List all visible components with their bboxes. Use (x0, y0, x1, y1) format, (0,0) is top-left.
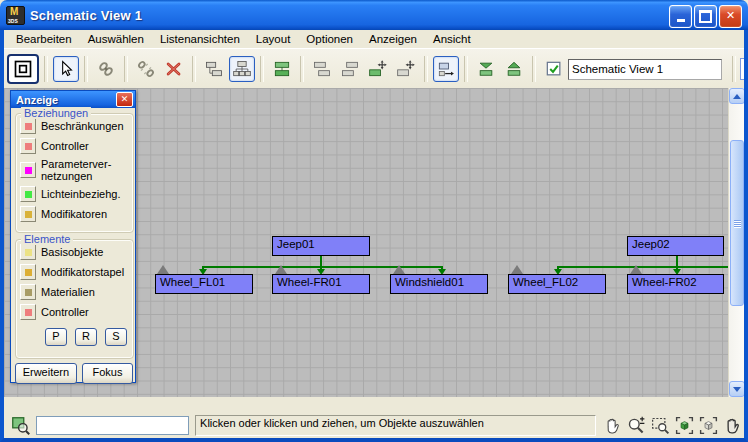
separator (732, 56, 736, 82)
zoom-region-button[interactable] (649, 415, 672, 437)
node-wheel-fr02[interactable]: Wheel-FR02 (627, 274, 724, 294)
select-mode-button[interactable] (53, 56, 79, 82)
delete-button[interactable] (161, 56, 187, 82)
node-wheel-fl02[interactable]: Wheel_FL02 (508, 274, 606, 294)
menu-auswaehlen[interactable]: Auswählen (80, 31, 152, 47)
separator (464, 56, 468, 82)
schematic-view-window: M 3DS Schematic View 1 ✕ Bearbeiten Ausw… (0, 0, 748, 442)
filter-row: Basisobjekte (20, 244, 133, 260)
maximize-button[interactable] (694, 5, 717, 28)
pan-hand-icon (602, 415, 623, 436)
unlink-button[interactable] (133, 56, 159, 82)
scroll-up-button[interactable] (729, 88, 744, 104)
node-jeep02[interactable]: Jeep02 (627, 236, 724, 256)
position-button[interactable]: P (45, 328, 67, 346)
pan-mode-button[interactable] (721, 415, 744, 437)
node-jeep01[interactable]: Jeep01 (272, 236, 370, 256)
free-selected-button[interactable] (365, 56, 391, 82)
color-swatch-button[interactable] (20, 162, 36, 178)
thumb-grip (734, 224, 741, 225)
filter-row: Materialien (20, 284, 133, 300)
menu-optionen[interactable]: Optionen (298, 31, 361, 47)
expand-triangle[interactable] (393, 265, 405, 274)
vertical-scroll-thumb[interactable] (730, 140, 744, 306)
arrange-children-button[interactable] (309, 56, 335, 82)
collapse-down-icon (476, 59, 496, 79)
menu-ansicht[interactable]: Ansicht (425, 31, 479, 47)
close-button[interactable]: ✕ (719, 5, 742, 28)
arrow-up-icon (733, 94, 741, 99)
view-name-input[interactable] (568, 59, 722, 80)
free-selected-icon (368, 59, 388, 79)
separator (44, 56, 48, 82)
menu-layout[interactable]: Layout (248, 31, 299, 47)
color-swatch-button[interactable] (20, 186, 36, 202)
filter-row: Modifikatorstapel (20, 264, 133, 280)
status-prompt: Klicken oder klicken und ziehen, um Obje… (195, 415, 596, 436)
link-icon (96, 59, 116, 79)
menu-listenansichten[interactable]: Listenansichten (152, 31, 248, 47)
node-windshield01[interactable]: Windshield01 (390, 274, 488, 294)
panel-title-bar[interactable]: Anzeige ✕ (11, 91, 135, 108)
zoom-button[interactable] (625, 415, 648, 437)
separator (192, 56, 196, 82)
connect-button[interactable] (93, 56, 119, 82)
arrange-selected-button[interactable] (337, 56, 363, 82)
bookmark-dropdown-value (741, 59, 744, 79)
expand-selected-button[interactable] (501, 56, 527, 82)
red-x-icon (164, 59, 184, 79)
minimize-button[interactable] (669, 5, 692, 28)
green-stack-icon (272, 59, 292, 79)
filter-row: Beschränkungen (20, 118, 133, 134)
node-wheel-fl01[interactable]: Wheel_FL01 (155, 274, 253, 294)
expand-triangle[interactable] (511, 265, 523, 274)
color-swatch-button[interactable] (20, 138, 36, 154)
expand-triangle[interactable] (630, 265, 642, 274)
filter-row: Controller (20, 138, 133, 154)
node-wheel-fr01[interactable]: Wheel-FR01 (272, 274, 370, 294)
expand-button[interactable]: Erweitern (15, 363, 77, 384)
references-mode-button[interactable] (229, 56, 255, 82)
collapse-selected-button[interactable] (473, 56, 499, 82)
thumb-grip (734, 226, 741, 227)
expand-triangle[interactable] (157, 265, 169, 274)
color-swatch-button[interactable] (20, 118, 36, 134)
connector-line (557, 266, 728, 268)
pan-button[interactable] (601, 415, 624, 437)
expand-triangle[interactable] (275, 265, 287, 274)
zoom-extents-selected-button[interactable] (697, 415, 720, 437)
panel-title: Anzeige (16, 94, 116, 106)
display-floater-toggle-button[interactable] (7, 54, 39, 84)
scale-button[interactable]: S (105, 328, 127, 346)
focus-button[interactable]: Fokus (82, 363, 133, 384)
panel-close-button[interactable]: ✕ (116, 92, 133, 107)
color-swatch-button[interactable] (20, 264, 36, 280)
tool-bar (4, 48, 744, 89)
find-input[interactable] (36, 416, 189, 435)
cursor-arrow-icon (56, 59, 76, 79)
always-arrange-button[interactable] (269, 56, 295, 82)
box-in-box-icon (13, 59, 33, 79)
menu-bearbeiten[interactable]: Bearbeiten (8, 31, 80, 47)
menu-anzeigen[interactable]: Anzeigen (361, 31, 425, 47)
bookmark-dropdown[interactable] (740, 58, 744, 80)
scroll-down-button[interactable] (729, 381, 744, 397)
rotation-button[interactable]: R (75, 328, 97, 346)
color-swatch-button[interactable] (20, 304, 36, 320)
zoom-extents-button[interactable] (673, 415, 696, 437)
baseobjects-color (25, 249, 32, 256)
maximize-icon (699, 10, 712, 23)
find-button[interactable] (10, 415, 32, 437)
color-swatch-button[interactable] (20, 244, 36, 260)
preferences-checkbox-button[interactable] (541, 56, 567, 82)
filter-row: Parameterver- netzungen (20, 158, 133, 182)
move-children-button[interactable] (433, 56, 459, 82)
box-arrow-icon (436, 59, 456, 79)
free-all-button[interactable] (393, 56, 419, 82)
color-swatch-button[interactable] (20, 206, 36, 222)
hierarchy-mode-button[interactable] (201, 56, 227, 82)
thumb-grip (734, 220, 741, 221)
arrange-selected-icon (340, 59, 360, 79)
vertical-scrollbar[interactable] (728, 88, 744, 397)
color-swatch-button[interactable] (20, 284, 36, 300)
